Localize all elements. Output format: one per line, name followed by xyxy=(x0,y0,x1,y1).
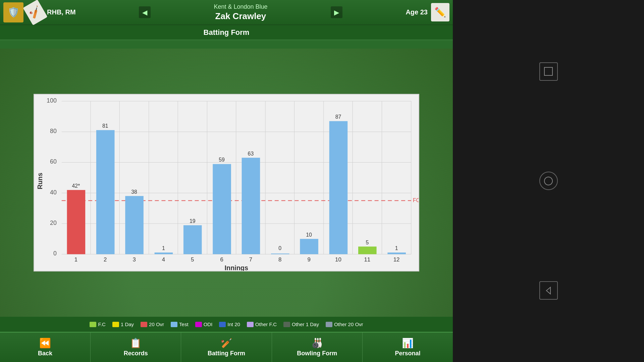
svg-text:4: 4 xyxy=(162,256,165,263)
svg-text:5: 5 xyxy=(366,240,369,245)
personal-icon: 📊 xyxy=(402,338,414,349)
header-center: Kent & London Blue Zak Crawley xyxy=(214,3,267,21)
svg-text:Innings: Innings xyxy=(225,264,249,271)
legend-other-fc: Other F.C xyxy=(247,321,277,327)
section-title-text: Batting Form xyxy=(204,28,250,37)
nav-personal-label: Personal xyxy=(395,350,420,357)
bar-innings-1 xyxy=(67,190,86,254)
player-name: Zak Crawley xyxy=(215,11,266,21)
nav-batting-form[interactable]: 🏏 Batting Form xyxy=(181,333,272,362)
svg-text:3: 3 xyxy=(132,256,136,263)
legend-other-fc-color xyxy=(247,322,254,327)
prev-player-arrow[interactable]: ◀ xyxy=(139,6,151,18)
svg-marker-55 xyxy=(546,287,550,294)
svg-text:80: 80 xyxy=(50,128,57,134)
nav-back[interactable]: ⏪ Back xyxy=(0,333,91,362)
svg-text:0: 0 xyxy=(53,250,57,257)
svg-rect-53 xyxy=(544,67,552,75)
svg-text:10: 10 xyxy=(335,256,341,263)
bowling-form-icon: 🎳 xyxy=(311,338,323,349)
svg-text:5: 5 xyxy=(191,256,194,263)
svg-text:1: 1 xyxy=(395,245,398,251)
svg-text:60: 60 xyxy=(50,158,57,165)
bar-innings-4 xyxy=(155,252,173,254)
next-player-arrow[interactable]: ▶ xyxy=(331,6,342,18)
bottom-navigation: ⏪ Back 📋 Records 🏏 Batting Form 🎳 Bowlin… xyxy=(0,332,453,362)
header: 🛡️ 🏏 RHB, RM ◀ Kent & London Blue Zak Cr… xyxy=(0,0,453,25)
svg-text:8: 8 xyxy=(278,256,281,263)
bar-innings-2 xyxy=(96,130,115,254)
bar-innings-10 xyxy=(329,121,348,254)
bar-innings-12 xyxy=(387,252,406,254)
legend-test-label: Test xyxy=(179,321,189,327)
bar-innings-8 xyxy=(271,253,289,254)
svg-text:10: 10 xyxy=(306,232,312,238)
bar-innings-7 xyxy=(242,158,260,254)
player-team: Kent & London Blue xyxy=(214,3,267,10)
recent-apps-button[interactable] xyxy=(539,62,558,81)
player-age: Age 23 xyxy=(406,8,428,16)
legend-other-20ovr: Other 20 Ovr xyxy=(326,321,363,327)
svg-text:Runs: Runs xyxy=(36,173,44,189)
svg-text:100: 100 xyxy=(47,97,57,104)
nav-personal[interactable]: 📊 Personal xyxy=(363,333,453,362)
nav-records[interactable]: 📋 Records xyxy=(91,333,181,362)
home-button[interactable] xyxy=(539,172,558,190)
bar-innings-3 xyxy=(125,196,144,254)
bar-innings-11 xyxy=(358,247,377,254)
legend-other-20ovr-label: Other 20 Ovr xyxy=(334,321,363,327)
svg-text:6: 6 xyxy=(220,256,223,263)
tabs-row xyxy=(0,40,453,49)
legend-1day: 1 Day xyxy=(112,321,134,327)
legend-other-1day-color xyxy=(283,322,290,327)
legend-1day-color xyxy=(112,322,119,327)
svg-text:59: 59 xyxy=(219,157,225,163)
batting-form-chart: 0 20 40 60 80 100 Runs xyxy=(34,95,419,271)
records-icon: 📋 xyxy=(130,338,142,349)
legend-fc-color xyxy=(90,322,96,327)
legend-test: Test xyxy=(171,321,189,327)
svg-text:1: 1 xyxy=(74,256,77,263)
legend-other-1day: Other 1 Day xyxy=(283,321,319,327)
svg-text:9: 9 xyxy=(307,256,310,263)
legend-1day-label: 1 Day xyxy=(121,321,134,327)
team-shield-icon: 🛡️ xyxy=(3,2,23,22)
svg-text:12: 12 xyxy=(393,256,400,263)
legend-fc-label: F.C xyxy=(98,321,106,327)
legend-int20-label: Int 20 xyxy=(227,321,240,327)
header-right: Age 23 ✏️ xyxy=(406,3,449,21)
bar-innings-5 xyxy=(183,225,202,254)
bar-innings-6 xyxy=(213,164,231,254)
svg-text:38: 38 xyxy=(131,189,137,195)
edit-icon[interactable]: ✏️ xyxy=(431,3,449,21)
svg-point-54 xyxy=(544,177,552,185)
legend-fc: F.C xyxy=(90,321,106,327)
legend-odi-color xyxy=(195,322,202,327)
nav-records-label: Records xyxy=(124,350,148,357)
chart-panel: 0 20 40 60 80 100 Runs xyxy=(34,94,419,272)
nav-bowling-form-label: Bowling Form xyxy=(297,350,337,357)
svg-text:81: 81 xyxy=(102,123,108,129)
back-icon: ⏪ xyxy=(39,338,51,349)
cricket-bat-icon: 🏏 xyxy=(23,0,47,25)
bar-innings-9 xyxy=(300,239,318,254)
nav-batting-form-label: Batting Form xyxy=(208,350,245,357)
svg-text:19: 19 xyxy=(190,218,196,224)
svg-text:1: 1 xyxy=(162,245,165,251)
android-back-button[interactable] xyxy=(539,281,558,300)
svg-text:87: 87 xyxy=(335,114,341,120)
svg-text:0: 0 xyxy=(278,245,281,251)
header-left: 🛡️ 🏏 RHB, RM xyxy=(3,2,76,22)
legend-other-1day-label: Other 1 Day xyxy=(292,321,319,327)
nav-back-label: Back xyxy=(38,350,52,357)
batting-form-icon: 🏏 xyxy=(221,338,232,349)
android-navigation-panel xyxy=(453,0,644,362)
section-title-bar: Batting Form xyxy=(0,25,453,40)
legend-other-20ovr-color xyxy=(326,322,332,327)
player-type: RHB, RM xyxy=(47,8,76,16)
legend-20ovr: 20 Ovr xyxy=(141,321,164,327)
svg-text:40: 40 xyxy=(50,189,57,196)
nav-bowling-form[interactable]: 🎳 Bowling Form xyxy=(272,333,363,362)
svg-text:63: 63 xyxy=(248,151,254,157)
svg-text:FC Avg: FC Avg xyxy=(413,197,419,203)
